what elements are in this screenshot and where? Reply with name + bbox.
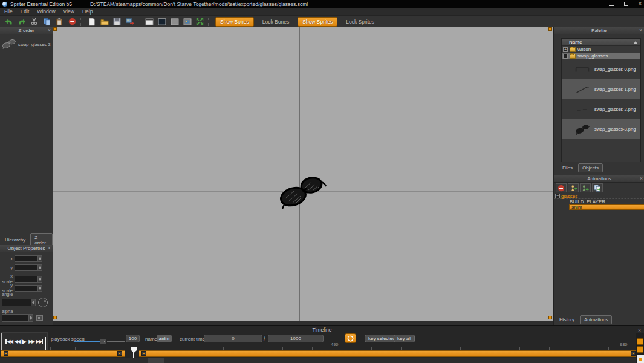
view-layout-2-button[interactable] [155, 16, 168, 27]
view-layout-3-button[interactable] [168, 16, 181, 27]
scroll-up-button[interactable] [637, 338, 643, 345]
playback-controls: ◀◀ ◀◀ ▶ ▶▶ ▶▶ [1, 333, 47, 350]
palette-name-header[interactable]: Name [562, 39, 640, 46]
zorder-item-swap-glasses-3[interactable]: swap_glasses-3 [0, 36, 53, 53]
play-button[interactable]: ▶ [22, 338, 27, 345]
sort-ascending-icon [634, 41, 637, 44]
spinner-icon[interactable] [37, 265, 42, 270]
lock-sprites-button[interactable]: Lock Sprites [342, 18, 378, 26]
canvas[interactable] [53, 27, 553, 321]
palette-file-row[interactable]: swap_glasses-0.png [562, 59, 640, 79]
lock-bones-button[interactable]: Lock Bones [259, 18, 293, 26]
delete-animation-button[interactable] [556, 183, 567, 192]
collapse-icon[interactable]: − [563, 54, 568, 59]
previous-key-button[interactable]: ◀◀ [14, 339, 19, 344]
keyframe-marker[interactable] [4, 351, 8, 356]
scroll-down-button[interactable] [637, 346, 643, 353]
close-icon[interactable]: × [639, 28, 642, 33]
copy-button[interactable] [41, 16, 53, 27]
canvas-corner-handle[interactable] [548, 27, 552, 31]
minimize-button[interactable] [609, 1, 614, 7]
next-key-button[interactable]: ▶▶ [28, 339, 34, 344]
tab-objects[interactable]: Objects [578, 163, 603, 172]
animation-row-anim-selected[interactable]: anim [569, 204, 644, 210]
tab-files[interactable]: Files [559, 164, 576, 172]
slider-handle-icon[interactable] [36, 315, 43, 321]
menu-window[interactable]: Window [37, 8, 55, 15]
collapse-icon[interactable]: − [555, 194, 560, 198]
spinner-icon[interactable] [37, 286, 42, 291]
yscale-field[interactable] [15, 285, 42, 292]
go-to-start-button[interactable]: ◀◀ [5, 339, 12, 344]
import-image-button[interactable] [123, 16, 136, 27]
menu-edit[interactable]: Edit [21, 8, 30, 15]
palette-file-row[interactable]: swap_glasses-2.png [562, 99, 640, 119]
y-field[interactable] [15, 264, 42, 271]
window-light-icon [145, 18, 154, 25]
timeline-track-bar-left[interactable] [1, 350, 125, 357]
show-sprites-button[interactable]: Show Sprites [298, 17, 337, 27]
spinner-icon[interactable] [28, 315, 33, 321]
tab-history[interactable]: History [556, 316, 578, 324]
paste-button[interactable] [53, 16, 66, 27]
animation-row-build-player[interactable]: BUILD_PLAYER [554, 199, 644, 204]
close-icon[interactable]: × [48, 246, 51, 251]
scrollbar-thumb[interactable] [148, 358, 164, 363]
spinner-icon[interactable] [31, 299, 35, 306]
close-icon[interactable]: × [48, 28, 51, 33]
keyframe-marker[interactable] [117, 351, 122, 356]
new-file-button[interactable] [85, 16, 98, 27]
palette-folder-wilson[interactable]: + wilson [562, 46, 640, 53]
angle-dial[interactable] [38, 298, 48, 307]
close-button[interactable]: × [639, 1, 642, 7]
timeline-horizontal-scrollbar[interactable] [0, 358, 636, 363]
expand-icon[interactable]: + [563, 47, 568, 52]
alpha-field[interactable] [2, 314, 33, 322]
palette-file-row[interactable]: swap_glasses-1.png [562, 79, 640, 99]
save-button[interactable] [111, 16, 123, 27]
redo-button[interactable] [15, 16, 28, 27]
clone-animation-button[interactable] [580, 183, 591, 192]
view-layout-4-button[interactable] [181, 16, 194, 27]
tab-hierarchy[interactable]: Hierarchy [1, 236, 29, 244]
close-icon[interactable]: × [640, 176, 643, 182]
new-animation-button[interactable] [568, 183, 579, 192]
glasses-thumbnail-icon [1, 39, 17, 50]
view-layout-1-button[interactable] [143, 16, 155, 27]
fit-view-button[interactable] [194, 16, 206, 27]
angle-field[interactable] [2, 299, 36, 306]
keyframe-marker[interactable] [141, 351, 146, 356]
spinner-icon[interactable] [37, 276, 42, 282]
menu-file[interactable]: File [4, 8, 13, 15]
tab-animations[interactable]: Animations [580, 315, 613, 324]
cut-button[interactable] [28, 16, 41, 27]
menu-help[interactable]: Help [82, 8, 93, 15]
canvas-corner-handle[interactable] [548, 316, 552, 319]
palette-file-row[interactable]: swap_glasses-3.png [562, 119, 640, 139]
copy-animation-button[interactable] [592, 183, 603, 192]
xscale-field[interactable] [15, 276, 42, 283]
alpha-slider[interactable] [36, 315, 52, 321]
resize-grip-icon [639, 358, 642, 361]
open-file-button[interactable] [98, 16, 111, 27]
alpha-label: alpha [2, 309, 13, 314]
zorder-item-label: swap_glasses-3 [18, 42, 51, 47]
x-field[interactable] [15, 255, 42, 262]
canvas-corner-handle[interactable] [53, 27, 57, 31]
keyframe-marker[interactable] [631, 351, 636, 356]
show-bones-button[interactable]: Show Bones [215, 17, 254, 27]
maximize-button[interactable] [624, 1, 628, 7]
menu-view[interactable]: View [63, 8, 74, 15]
spinner-icon[interactable] [37, 256, 42, 261]
undo-button[interactable] [2, 16, 15, 27]
palette-folder-swap-glasses[interactable]: − swap_glasses [562, 53, 640, 59]
current-time-label: current time: [180, 336, 206, 342]
animations-title: Animations [587, 176, 611, 182]
timeline-track-bar[interactable] [139, 350, 636, 357]
canvas-corner-handle[interactable] [53, 316, 57, 319]
clone-animation-icon [582, 185, 589, 192]
delete-button[interactable] [66, 16, 79, 27]
glasses-sprite[interactable] [278, 175, 327, 211]
paste-icon [56, 18, 63, 26]
go-to-end-button[interactable]: ▶▶ [36, 339, 43, 344]
